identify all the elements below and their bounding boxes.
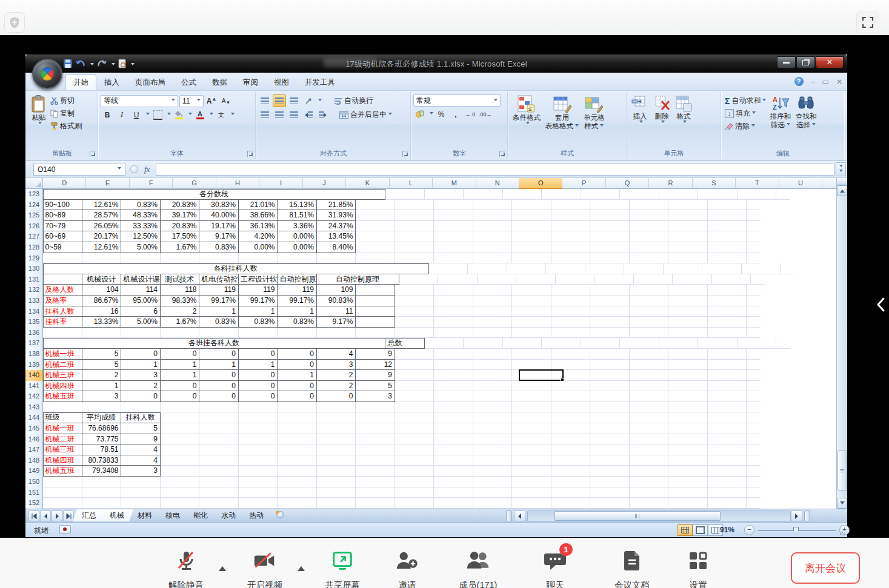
cell-I145[interactable] [239, 423, 278, 434]
cell-D151[interactable] [43, 487, 82, 498]
cell-Q138[interactable] [551, 349, 591, 360]
cell-J134[interactable]: 1 [278, 306, 317, 317]
cell-J141[interactable]: 0 [278, 381, 317, 392]
cell-S124[interactable] [630, 200, 669, 211]
cell-O150[interactable] [473, 477, 513, 487]
cell-G132[interactable]: 118 [161, 285, 200, 296]
cell-E139[interactable]: 5 [82, 360, 122, 371]
cell-P131[interactable] [516, 274, 556, 285]
cell-D136[interactable] [43, 328, 82, 339]
paste-button[interactable]: 粘贴 [28, 93, 49, 133]
column-header-I[interactable]: I [259, 178, 302, 189]
cell-O133[interactable] [473, 296, 513, 306]
horizontal-split-handle-2[interactable] [804, 510, 810, 521]
cell-M137[interactable] [425, 338, 464, 349]
cell-U126[interactable] [708, 221, 747, 232]
protection-button[interactable] [4, 12, 25, 33]
cell-Q142[interactable] [551, 391, 591, 402]
cell-J142[interactable]: 0 [278, 391, 317, 402]
cell-K124[interactable]: 21.85% [317, 200, 356, 211]
merge-dropdown[interactable] [388, 113, 392, 117]
cell-F149[interactable]: 3 [121, 466, 161, 477]
close-button[interactable]: ✕ [816, 56, 844, 68]
cell-I149[interactable] [239, 466, 278, 477]
column-header-N[interactable]: N [476, 178, 519, 189]
cell-H150[interactable] [199, 477, 239, 487]
cell-T137[interactable] [698, 338, 738, 349]
paste-dropdown[interactable] [38, 122, 42, 126]
column-header-O[interactable]: O [519, 178, 562, 189]
cell-P149[interactable] [512, 466, 551, 477]
select-all-corner[interactable] [25, 178, 43, 189]
row-header-145[interactable]: 145 [25, 423, 43, 435]
cell-H125[interactable]: 40.00% [199, 210, 239, 221]
cell-F127[interactable]: 12.50% [121, 231, 161, 242]
increase-font-button[interactable]: A▲ [205, 94, 218, 107]
phonetic-button[interactable]: 文 [215, 108, 228, 121]
cell-Q146[interactable] [551, 434, 591, 445]
cell-G149[interactable] [161, 466, 200, 477]
cell-Q128[interactable] [551, 242, 591, 253]
cell-U151[interactable] [708, 487, 747, 498]
cell-L142[interactable]: 3 [356, 391, 395, 402]
cell-Q125[interactable] [551, 210, 591, 221]
cell-M132[interactable] [395, 285, 435, 296]
cell-T144[interactable] [668, 412, 708, 423]
cell-G139[interactable]: 1 [161, 360, 200, 371]
cell-K144[interactable] [317, 412, 356, 423]
cell-T149[interactable] [668, 466, 708, 477]
cell-H136[interactable] [199, 328, 239, 339]
cell-K145[interactable] [317, 423, 356, 434]
cell-T141[interactable] [668, 381, 708, 392]
meeting-item-成员(171)[interactable]: 成员(171) [449, 544, 507, 588]
cell-F151[interactable] [121, 487, 161, 498]
cell-E146[interactable]: 73.775 [82, 434, 122, 445]
cell-G135[interactable]: 1.67% [161, 317, 200, 328]
cell-G129[interactable] [161, 253, 200, 264]
cell-H145[interactable] [199, 423, 239, 434]
cell-I128[interactable]: 0.00% [239, 242, 278, 253]
cell-L136[interactable] [356, 328, 395, 339]
column-header-L[interactable]: L [390, 178, 433, 189]
cell-D146[interactable]: 机械二班 [43, 434, 82, 445]
vertical-scrollbar[interactable] [836, 178, 847, 509]
row-header-151[interactable]: 151 [25, 487, 43, 499]
cell-E128[interactable]: 12.61% [82, 242, 122, 253]
cell-L150[interactable] [356, 477, 395, 487]
row-header-147[interactable]: 147 [25, 444, 43, 456]
cell-P138[interactable] [512, 349, 551, 360]
accounting-format-button[interactable] [413, 108, 427, 121]
cell-R127[interactable] [590, 231, 630, 242]
cell-R148[interactable] [590, 455, 630, 466]
column-header-J[interactable]: J [303, 178, 346, 189]
cell-K133[interactable]: 90.83% [317, 296, 356, 306]
cell-F124[interactable]: 0.83% [121, 200, 161, 211]
column-header-G[interactable]: G [173, 178, 216, 189]
row-header-146[interactable]: 146 [25, 434, 43, 446]
meeting-item-开启视频[interactable]: 开启视频 [236, 544, 294, 588]
minimize-button[interactable] [777, 56, 796, 68]
cell-E127[interactable]: 20.17% [82, 231, 122, 242]
cell-G125[interactable]: 39.17% [161, 210, 200, 221]
cell-J150[interactable] [278, 477, 317, 487]
cell-P123[interactable] [542, 189, 581, 200]
cell-K142[interactable]: 0 [317, 391, 356, 402]
cell-R125[interactable] [590, 210, 630, 221]
cell-R126[interactable] [590, 221, 630, 232]
cell-G128[interactable]: 1.67% [161, 242, 200, 253]
cell-D124[interactable]: 90~100 [43, 200, 82, 211]
fullscreen-button[interactable] [856, 12, 879, 33]
cell-I148[interactable] [239, 455, 278, 466]
cell-E147[interactable]: 78.51 [82, 444, 122, 455]
cell-D149[interactable]: 机械五班 [43, 466, 82, 477]
cell-J133[interactable]: 99.17% [278, 296, 317, 306]
row-header-139[interactable]: 139 [25, 360, 43, 371]
cell-D126[interactable]: 70~79 [43, 221, 82, 232]
phonetic-dropdown[interactable] [231, 113, 235, 117]
cell-J126[interactable]: 3.36% [278, 221, 317, 232]
cell-S139[interactable] [630, 360, 669, 371]
cell-H142[interactable]: 0 [199, 391, 239, 402]
cell-L125[interactable] [356, 210, 395, 221]
merge-center-button[interactable]: 合并后居中 [338, 108, 393, 121]
cell-J147[interactable] [278, 444, 317, 455]
